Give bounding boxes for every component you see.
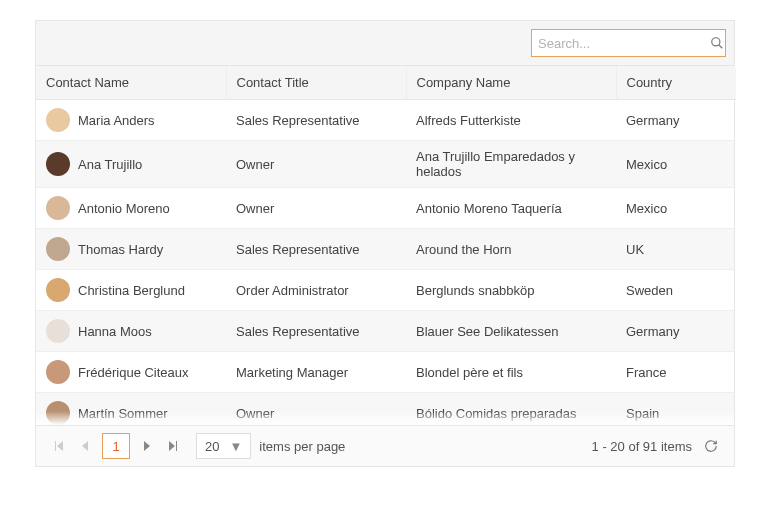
table-row[interactable]: Maria AndersSales RepresentativeAlfreds …: [36, 100, 734, 141]
table-row[interactable]: Hanna MoosSales RepresentativeBlauer See…: [36, 311, 734, 352]
cell-country: Spain: [616, 393, 734, 426]
cell-contact-title: Sales Representative: [226, 100, 406, 141]
avatar: [46, 360, 70, 384]
pager-last-button[interactable]: [160, 433, 186, 459]
cell-country: Sweden: [616, 270, 734, 311]
pager-current-page[interactable]: 1: [102, 433, 130, 459]
grid-body: Maria AndersSales RepresentativeAlfreds …: [36, 100, 734, 425]
cell-contact-name: Christina Berglund: [78, 283, 185, 298]
column-header-company-name[interactable]: Company Name: [406, 66, 616, 100]
table-row[interactable]: Frédérique CiteauxMarketing ManagerBlond…: [36, 352, 734, 393]
cell-country: UK: [616, 229, 734, 270]
avatar: [46, 237, 70, 261]
avatar: [46, 108, 70, 132]
table-row[interactable]: Martín SommerOwnerBólido Comidas prepara…: [36, 393, 734, 426]
page-size-value: 20: [205, 439, 219, 454]
pager: 1 20 ▼ items per page 1 - 20 of 91 items: [36, 425, 734, 466]
avatar: [46, 152, 70, 176]
svg-line-1: [719, 45, 723, 49]
pager-prev-button[interactable]: [72, 433, 98, 459]
cell-contact-title: Owner: [226, 141, 406, 188]
cell-company-name: Berglunds snabbköp: [406, 270, 616, 311]
cell-company-name: Blauer See Delikatessen: [406, 311, 616, 352]
avatar: [46, 196, 70, 220]
search-box[interactable]: [531, 29, 726, 57]
cell-contact-title: Owner: [226, 188, 406, 229]
column-header-country[interactable]: Country: [616, 66, 736, 100]
avatar: [46, 278, 70, 302]
svg-point-0: [712, 38, 720, 46]
cell-country: France: [616, 352, 734, 393]
cell-contact-name: Thomas Hardy: [78, 242, 163, 257]
refresh-button[interactable]: [698, 433, 724, 459]
items-per-page-label: items per page: [259, 439, 345, 454]
cell-contact-title: Sales Representative: [226, 311, 406, 352]
cell-contact-title: Order Administrator: [226, 270, 406, 311]
cell-country: Mexico: [616, 141, 734, 188]
column-header-contact-name[interactable]: Contact Name: [36, 66, 226, 100]
cell-contact-name: Martín Sommer: [78, 406, 168, 421]
avatar: [46, 319, 70, 343]
chevron-down-icon: ▼: [229, 439, 242, 454]
pager-next-button[interactable]: [134, 433, 160, 459]
avatar: [46, 401, 70, 425]
cell-company-name: Bólido Comidas preparadas: [406, 393, 616, 426]
table-row[interactable]: Ana TrujilloOwnerAna Trujillo Emparedado…: [36, 141, 734, 188]
page-size-select[interactable]: 20 ▼: [196, 433, 251, 459]
cell-contact-name: Frédérique Citeaux: [78, 365, 189, 380]
cell-contact-name: Ana Trujillo: [78, 157, 142, 172]
pager-status: 1 - 20 of 91 items: [592, 439, 692, 454]
pager-first-button[interactable]: [46, 433, 72, 459]
table-row[interactable]: Thomas HardySales RepresentativeAround t…: [36, 229, 734, 270]
cell-company-name: Blondel père et fils: [406, 352, 616, 393]
data-grid: Contact Name Contact Title Company Name …: [35, 20, 735, 467]
grid-header-table: Contact Name Contact Title Company Name …: [36, 66, 736, 100]
cell-contact-name: Antonio Moreno: [78, 201, 170, 216]
column-header-contact-title[interactable]: Contact Title: [226, 66, 406, 100]
cell-country: Germany: [616, 311, 734, 352]
cell-contact-title: Sales Representative: [226, 229, 406, 270]
grid-toolbar: [36, 21, 734, 66]
cell-contact-name: Hanna Moos: [78, 324, 152, 339]
cell-contact-title: Owner: [226, 393, 406, 426]
cell-company-name: Ana Trujillo Emparedados y helados: [406, 141, 616, 188]
search-icon: [710, 36, 724, 50]
cell-contact-title: Marketing Manager: [226, 352, 406, 393]
cell-country: Germany: [616, 100, 734, 141]
table-row[interactable]: Christina BerglundOrder AdministratorBer…: [36, 270, 734, 311]
search-input[interactable]: [538, 36, 706, 51]
cell-company-name: Around the Horn: [406, 229, 616, 270]
cell-company-name: Alfreds Futterkiste: [406, 100, 616, 141]
cell-company-name: Antonio Moreno Taquería: [406, 188, 616, 229]
table-row[interactable]: Antonio MorenoOwnerAntonio Moreno Taquer…: [36, 188, 734, 229]
cell-country: Mexico: [616, 188, 734, 229]
cell-contact-name: Maria Anders: [78, 113, 155, 128]
grid-body-table: Maria AndersSales RepresentativeAlfreds …: [36, 100, 734, 425]
